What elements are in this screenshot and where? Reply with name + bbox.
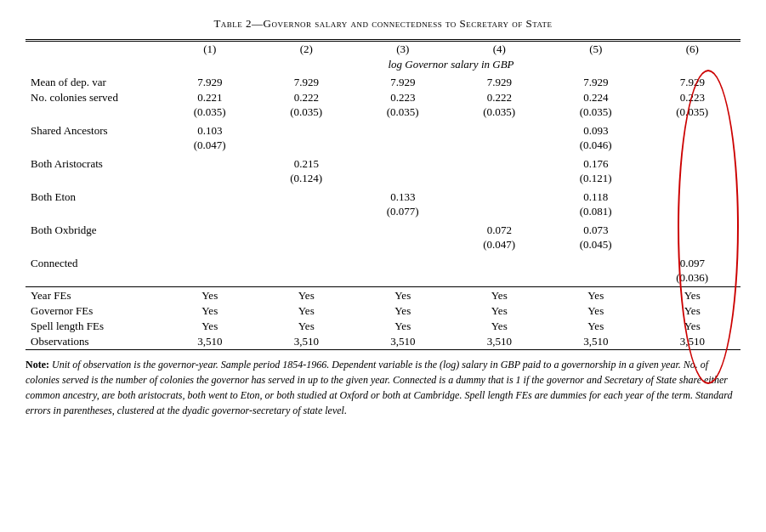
label-year-fes: Year FEs (26, 288, 162, 303)
se-aristocrats-2: (0.124) (258, 172, 355, 187)
se-oxbridge-6 (644, 238, 741, 253)
val-oxbridge-5: 0.073 (548, 220, 644, 238)
col-header-2: (2) (258, 41, 355, 58)
val-connected-1 (162, 253, 258, 271)
se-ancestors-6 (644, 139, 741, 154)
val-eton-3: 0.133 (355, 187, 451, 205)
row-connected-se: (0.036) (26, 271, 740, 287)
val-aristocrats-4 (451, 154, 548, 172)
val-gov-fes-2: Yes (258, 303, 355, 319)
table-container: (1) (2) (3) (4) (5) (6) log Governor sal… (26, 39, 740, 350)
val-ancestors-5: 0.093 (548, 121, 644, 139)
label-governor-fes: Governor FEs (26, 303, 162, 319)
label-both-oxbridge: Both Oxbridge (26, 220, 162, 238)
label-connected: Connected (26, 253, 162, 271)
val-obs-1: 3,510 (162, 334, 258, 350)
se-ancestors-4 (451, 139, 548, 154)
val-ancestors-2 (258, 121, 355, 139)
val-aristocrats-6 (644, 154, 741, 172)
se-eton-3: (0.077) (355, 205, 451, 220)
val-aristocrats-1 (162, 154, 258, 172)
row-both-eton-se: (0.077) (0.081) (26, 205, 740, 220)
row-both-aristocrats-se: (0.124) (0.121) (26, 172, 740, 187)
row-governor-fes: Governor FEs Yes Yes Yes Yes Yes Yes (26, 303, 740, 319)
label-mean-dep-var: Mean of dep. var (26, 75, 162, 90)
val-eton-5: 0.118 (548, 187, 644, 205)
se-colonies-3: (0.035) (355, 105, 451, 121)
label-observations: Observations (26, 334, 162, 350)
val-spell-fes-3: Yes (355, 319, 451, 334)
se-ancestors-3 (355, 139, 451, 154)
se-connected-5 (548, 271, 644, 287)
se-aristocrats-5: (0.121) (548, 172, 644, 187)
val-obs-2: 3,510 (258, 334, 355, 350)
val-year-fes-3: Yes (355, 288, 451, 303)
val-connected-4 (451, 253, 548, 271)
val-colonies-6: 0.223 (644, 90, 741, 105)
val-gov-fes-4: Yes (451, 303, 548, 319)
val-year-fes-5: Yes (548, 288, 644, 303)
row-observations: Observations 3,510 3,510 3,510 3,510 3,5… (26, 334, 740, 350)
se-aristocrats-1 (162, 172, 258, 187)
col-header-5: (5) (548, 41, 644, 58)
val-spell-fes-5: Yes (548, 319, 644, 334)
val-eton-6 (644, 187, 741, 205)
se-ancestors-5: (0.046) (548, 139, 644, 154)
val-connected-5 (548, 253, 644, 271)
val-spell-fes-6: Yes (644, 319, 741, 334)
note-text: Unit of observation is the governor-year… (26, 359, 733, 416)
val-connected-6: 0.097 (644, 253, 741, 271)
val-oxbridge-2 (258, 220, 355, 238)
row-both-aristocrats: Both Aristocrats 0.215 0.176 (26, 154, 740, 172)
row-both-eton: Both Eton 0.133 0.118 (26, 187, 740, 205)
val-eton-1 (162, 187, 258, 205)
row-shared-ancestors: Shared Ancestors 0.103 0.093 (26, 121, 740, 139)
val-spell-fes-2: Yes (258, 319, 355, 334)
val-colonies-1: 0.221 (162, 90, 258, 105)
col-header-3: (3) (355, 41, 451, 58)
page-wrapper: Table 2—Governor salary and connectednes… (26, 17, 740, 418)
val-colonies-3: 0.223 (355, 90, 451, 105)
row-both-oxbridge: Both Oxbridge 0.072 0.073 (26, 220, 740, 238)
se-oxbridge-5: (0.045) (548, 238, 644, 253)
val-mean-1: 7.929 (162, 75, 258, 90)
val-ancestors-1: 0.103 (162, 121, 258, 139)
row-year-fes: Year FEs Yes Yes Yes Yes Yes Yes (26, 288, 740, 303)
se-connected-1 (162, 271, 258, 287)
val-oxbridge-4: 0.072 (451, 220, 548, 238)
row-connected: Connected 0.097 (26, 253, 740, 271)
se-colonies-2: (0.035) (258, 105, 355, 121)
col-header-4: (4) (451, 41, 548, 58)
se-colonies-1: (0.035) (162, 105, 258, 121)
val-gov-fes-1: Yes (162, 303, 258, 319)
label-spell-fes: Spell length FEs (26, 319, 162, 334)
val-obs-5: 3,510 (548, 334, 644, 350)
val-gov-fes-5: Yes (548, 303, 644, 319)
row-no-colonies-se: (0.035) (0.035) (0.035) (0.035) (0.035) … (26, 105, 740, 121)
se-eton-2 (258, 205, 355, 220)
val-mean-6: 7.929 (644, 75, 741, 90)
row-mean-dep-var: Mean of dep. var 7.929 7.929 7.929 7.929… (26, 75, 740, 90)
label-both-eton: Both Eton (26, 187, 162, 205)
val-gov-fes-3: Yes (355, 303, 451, 319)
val-aristocrats-2: 0.215 (258, 154, 355, 172)
val-colonies-2: 0.222 (258, 90, 355, 105)
se-eton-1 (162, 205, 258, 220)
table-title: Table 2—Governor salary and connectednes… (26, 17, 740, 31)
se-colonies-5: (0.035) (548, 105, 644, 121)
val-spell-fes-4: Yes (451, 319, 548, 334)
val-oxbridge-1 (162, 220, 258, 238)
val-ancestors-3 (355, 121, 451, 139)
label-shared-ancestors: Shared Ancestors (26, 121, 162, 139)
se-oxbridge-3 (355, 238, 451, 253)
se-ancestors-1: (0.047) (162, 139, 258, 154)
se-connected-4 (451, 271, 548, 287)
row-both-oxbridge-se: (0.047) (0.045) (26, 238, 740, 253)
val-spell-fes-1: Yes (162, 319, 258, 334)
data-table: (1) (2) (3) (4) (5) (6) log Governor sal… (26, 39, 740, 350)
val-aristocrats-3 (355, 154, 451, 172)
se-aristocrats-3 (355, 172, 451, 187)
val-mean-3: 7.929 (355, 75, 451, 90)
se-colonies-6: (0.035) (644, 105, 741, 121)
se-eton-6 (644, 205, 741, 220)
